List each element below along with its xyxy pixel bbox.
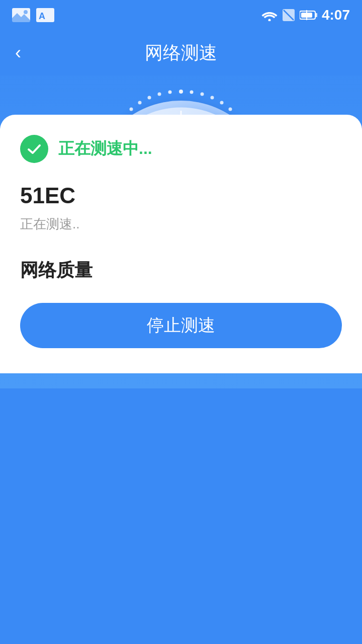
server-id: 51EC <box>20 183 342 208</box>
svg-point-40 <box>148 96 151 100</box>
testing-label: 正在测速中... <box>58 138 152 160</box>
card-status-row: 正在测速中... <box>20 135 342 163</box>
svg-point-13 <box>190 91 194 94</box>
svg-point-41 <box>158 93 161 96</box>
status-bar: A 4:07 <box>0 0 362 30</box>
back-button[interactable]: ‹ <box>15 42 21 63</box>
text-icon: A <box>36 8 54 22</box>
gallery-icon <box>12 8 30 22</box>
svg-rect-9 <box>315 13 317 17</box>
svg-point-12 <box>179 90 183 94</box>
battery-icon <box>300 10 318 21</box>
status-icons-left: A <box>12 8 54 22</box>
server-status: 正在测速.. <box>20 215 342 233</box>
svg-text:A: A <box>39 11 45 21</box>
quality-label: 网络质量 <box>20 258 342 283</box>
wifi-icon <box>261 9 278 21</box>
stop-button[interactable]: 停止测速 <box>20 303 342 348</box>
header: ‹ 网络测速 <box>0 30 362 75</box>
check-icon <box>20 135 48 163</box>
svg-point-15 <box>211 96 214 100</box>
svg-point-5 <box>268 19 270 22</box>
result-card: 正在测速中... 51EC 正在测速.. 网络质量 停止测速 <box>0 115 362 373</box>
status-icons-right: 4:07 <box>261 7 350 23</box>
clock: 4:07 <box>322 7 350 23</box>
page-title: 网络测速 <box>145 41 217 65</box>
svg-point-14 <box>201 93 204 96</box>
svg-point-42 <box>168 91 172 94</box>
signal-icon <box>282 8 296 22</box>
checkmark-svg <box>26 141 42 157</box>
svg-point-2 <box>24 10 28 14</box>
